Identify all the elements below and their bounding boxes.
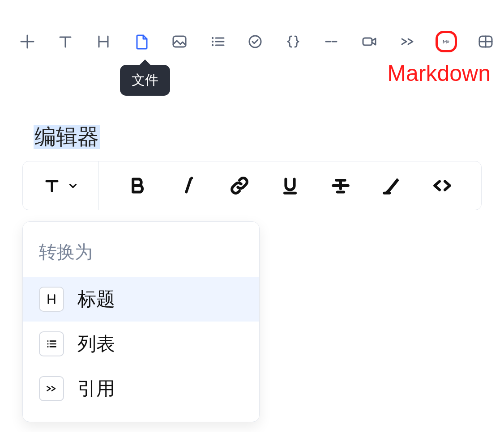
svg-point-10 (47, 346, 48, 347)
highlight-icon (381, 175, 402, 196)
link-icon (229, 175, 250, 196)
svg-point-9 (47, 343, 48, 344)
heading-icon (39, 287, 64, 312)
svg-point-8 (47, 340, 48, 342)
quote-icon (39, 376, 64, 401)
chevron-down-icon (67, 180, 79, 191)
video-button[interactable] (359, 31, 379, 52)
svg-point-3 (211, 44, 213, 46)
code-icon (431, 175, 453, 196)
markdown-button[interactable] (436, 31, 457, 52)
convert-to-quote[interactable]: 引用 (23, 366, 259, 411)
heading-button[interactable] (94, 31, 113, 52)
highlight-button[interactable] (378, 172, 405, 199)
image-button[interactable] (170, 31, 189, 52)
editor-content[interactable]: 编辑器 (34, 125, 100, 149)
file-icon (132, 33, 150, 51)
convert-to-popup: 转换为 标题 列表 引用 (22, 221, 260, 422)
strikethrough-icon (330, 175, 351, 196)
strikethrough-button[interactable] (327, 172, 354, 199)
list-icon (209, 33, 226, 51)
file-button[interactable] (132, 31, 151, 52)
bold-button[interactable] (124, 172, 151, 199)
list-icon (39, 331, 64, 356)
inline-code-button[interactable] (429, 172, 456, 199)
video-icon (360, 33, 378, 51)
bold-icon (127, 175, 149, 196)
svg-point-1 (211, 37, 213, 39)
inline-format-toolbar (22, 161, 482, 210)
svg-point-7 (190, 177, 193, 179)
text-button[interactable] (56, 31, 75, 52)
popup-title: 转换为 (23, 233, 259, 277)
table-button[interactable] (476, 31, 495, 52)
plus-icon (18, 33, 36, 51)
popup-item-label: 列表 (77, 331, 115, 356)
image-icon (171, 33, 188, 51)
popup-item-label: 标题 (77, 287, 115, 312)
block-insert-toolbar (18, 26, 495, 57)
dash-icon (322, 33, 340, 51)
braces-icon (284, 33, 302, 51)
italic-button[interactable] (175, 172, 202, 199)
svg-point-2 (211, 41, 213, 42)
task-button[interactable] (246, 31, 265, 52)
convert-to-heading[interactable]: 标题 (23, 277, 259, 322)
markdown-annotation: Markdown (387, 60, 491, 86)
underline-button[interactable] (277, 172, 303, 199)
code-block-button[interactable] (284, 31, 303, 52)
text-icon (56, 33, 74, 51)
check-circle-icon (246, 33, 264, 51)
popup-item-label: 引用 (77, 376, 115, 401)
text-icon (43, 177, 61, 195)
quote-button[interactable] (397, 31, 417, 52)
markdown-icon (442, 33, 450, 51)
quote-icon (398, 33, 416, 51)
underline-icon (279, 175, 301, 196)
block-type-dropdown[interactable] (23, 161, 99, 210)
heading-icon (94, 33, 112, 51)
file-tooltip: 文件 (120, 65, 170, 96)
add-button[interactable] (18, 31, 37, 52)
svg-rect-5 (363, 38, 372, 45)
selected-text: 编辑器 (34, 125, 100, 149)
divider-button[interactable] (322, 31, 341, 52)
convert-to-list[interactable]: 列表 (23, 322, 259, 366)
link-button[interactable] (226, 172, 253, 199)
italic-icon (178, 175, 199, 196)
table-icon (477, 33, 495, 51)
list-button[interactable] (208, 31, 227, 52)
